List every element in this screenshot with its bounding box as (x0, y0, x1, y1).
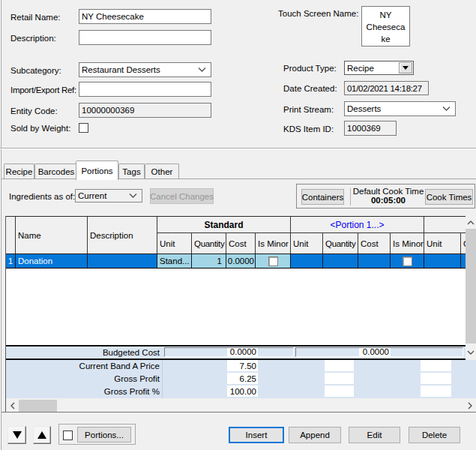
header-name[interactable]: Name (16, 217, 88, 254)
touch-screen-name-label: Touch Screen Name: (278, 8, 358, 19)
vertical-scrollbar-thumb[interactable] (466, 229, 476, 344)
insert-button[interactable]: Insert (229, 427, 284, 443)
print-stream-label: Print Stream: (283, 104, 334, 115)
header-portion-is-minor[interactable]: Is Minor (391, 233, 424, 254)
is-minor-checkbox[interactable] (268, 256, 278, 266)
header-label: Quantity (325, 239, 355, 248)
summary-label: Gross Profit (6, 373, 162, 386)
cell-description[interactable] (88, 254, 157, 268)
cell-standard-unit[interactable]: Stand... (157, 254, 192, 268)
sold-by-weight-checkbox[interactable] (79, 123, 88, 133)
tab-barcodes[interactable]: Barcodes (34, 164, 78, 178)
cell-next-unit[interactable] (424, 254, 461, 268)
cell-standard-is-minor[interactable] (256, 254, 291, 268)
header-portion-unit[interactable]: Unit (291, 233, 323, 254)
header-group-standard[interactable]: Standard (157, 217, 291, 232)
portions-button[interactable]: Portions... (77, 427, 131, 442)
delete-button[interactable]: Delete (409, 427, 460, 443)
cell-portion-cost[interactable] (358, 254, 391, 268)
tab-recipe[interactable]: Recipe (4, 164, 34, 178)
retail-name-input[interactable]: NY Cheesecake (79, 9, 211, 24)
grid-empty-area[interactable] (6, 268, 466, 345)
cell-portion-unit[interactable] (291, 254, 323, 268)
ingredients-as-of-label: Ingredients as of: (9, 191, 75, 202)
summary-portion-cell (325, 373, 354, 384)
kds-item-id-value: 1000369 (347, 124, 381, 133)
horizontal-scrollbar-thumb[interactable] (19, 400, 57, 412)
header-next-unit[interactable]: Unit (424, 233, 461, 254)
summary-row-gross-profit: Gross Profit 6.25 (6, 373, 476, 386)
cell-portion-is-minor[interactable] (391, 254, 424, 268)
scroll-right-button[interactable] (463, 400, 476, 412)
summary-value: 6.25 (227, 373, 258, 384)
header-portion-quantity[interactable]: Quantity (323, 233, 358, 254)
is-minor-checkbox[interactable] (403, 256, 412, 266)
edit-button[interactable]: Edit (349, 427, 400, 443)
summary-row-gross-profit-pct: Gross Profit % 100.00 (6, 386, 476, 398)
header-description[interactable]: Description (88, 217, 157, 254)
delete-button-label: Delete (422, 430, 447, 440)
retail-name-label: Retail Name: (10, 12, 60, 22)
kds-item-id-label: KDS Item ID: (283, 124, 334, 134)
summary-next-cell (421, 373, 451, 384)
print-stream-select[interactable]: Desserts (344, 101, 456, 116)
subcategory-label: Subcategory: (10, 65, 61, 76)
insert-button-label: Insert (246, 430, 268, 440)
description-input[interactable] (79, 30, 211, 45)
summary-next-cell (421, 386, 451, 397)
chevron-down-icon (129, 194, 137, 198)
header-group-portion-1[interactable]: <Portion 1...> (291, 217, 424, 232)
scroll-down-button[interactable] (466, 346, 476, 358)
cook-times-button[interactable]: Cook Times (425, 189, 473, 205)
import-export-ref-input[interactable] (79, 82, 211, 97)
portions-checkbox[interactable] (63, 430, 73, 440)
tab-portions[interactable]: Portions (76, 160, 118, 180)
cell-standard-cost[interactable]: 0.0000 (226, 254, 256, 268)
move-down-button[interactable] (7, 426, 26, 444)
entity-code-field: 10000000369 (79, 103, 211, 118)
cell-portion-quantity[interactable] (323, 254, 358, 268)
tab-label: Barcodes (38, 167, 75, 176)
header-standard-quantity[interactable]: Quantity (192, 233, 226, 254)
append-button[interactable]: Append (289, 427, 341, 443)
containers-button[interactable]: Containers (301, 189, 344, 205)
scroll-left-button[interactable] (6, 400, 19, 412)
scroll-up-button[interactable] (466, 216, 476, 229)
horizontal-scrollbar[interactable] (6, 400, 476, 412)
tab-tags[interactable]: Tags (118, 164, 145, 178)
tab-label: Recipe (6, 167, 33, 176)
dropdown-button[interactable] (399, 62, 412, 74)
row-number: 1 (6, 254, 16, 268)
print-stream-value: Desserts (347, 104, 381, 113)
header-portion-cost[interactable]: Cost (358, 233, 391, 254)
summary-row-band-a: Current Band A Price 7.50 (6, 360, 476, 373)
summary-label: Current Band A Price (6, 360, 162, 373)
date-created-value: 01/02/2021 14:18:27 (347, 84, 422, 93)
product-type-select[interactable]: Recipe (344, 61, 414, 75)
append-button-label: Append (300, 430, 330, 440)
date-created-field: 01/02/2021 14:18:27 (344, 81, 429, 95)
budgeted-cost-standard-value: 0.0000 (227, 348, 258, 356)
subcategory-select[interactable]: Restaurant Desserts (79, 62, 211, 77)
budgeted-cost-label: Budgeted Cost (6, 346, 162, 358)
cell-standard-quantity[interactable]: 1 (192, 254, 226, 268)
summary-value: 100.00 (227, 386, 258, 397)
header-standard-unit[interactable]: Unit (157, 233, 192, 254)
move-up-button[interactable] (33, 426, 51, 444)
summary-value: 7.50 (227, 360, 258, 371)
cell-name[interactable]: Donation (16, 254, 88, 268)
header-standard-cost[interactable]: Cost (226, 233, 256, 254)
cancel-changes-button: Cancel Changes (150, 188, 214, 204)
ingredients-as-of-value: Current (78, 191, 106, 200)
touch-screen-name-input[interactable]: NY Cheeseca ke (361, 6, 410, 46)
edit-button-label: Edit (367, 430, 382, 440)
entity-code-label: Entity Code: (10, 106, 58, 116)
touch-screen-name-value: NY Cheeseca ke (367, 9, 406, 45)
cancel-changes-label: Cancel Changes (150, 192, 214, 201)
vertical-scrollbar[interactable] (466, 216, 476, 358)
table-row[interactable]: 1 Donation Stand... 1 0.0000 (6, 254, 466, 268)
ingredients-as-of-select[interactable]: Current (75, 189, 142, 202)
cook-time-panel: Containers Default Cook Time 00:05:00 Co… (296, 184, 475, 208)
tab-other[interactable]: Other (145, 164, 179, 178)
header-standard-is-minor[interactable]: Is Minor (256, 233, 291, 254)
